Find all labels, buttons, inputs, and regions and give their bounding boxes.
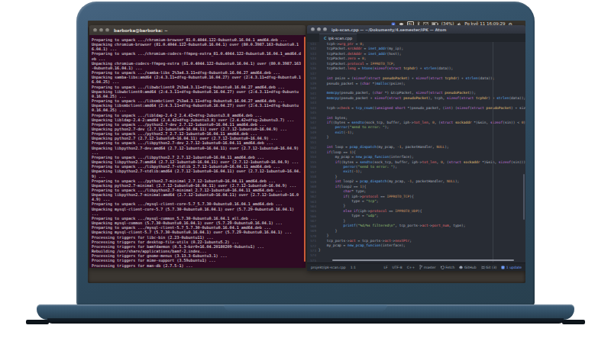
status-cursor-position[interactable]: 1:1 bbox=[351, 266, 356, 269]
laptop-base bbox=[37, 304, 574, 320]
status-updates[interactable]: 1 update bbox=[501, 266, 522, 269]
terminal-maximize-button[interactable] bbox=[105, 28, 109, 32]
git-branch-icon bbox=[419, 265, 422, 269]
git-diff-icon bbox=[481, 266, 485, 269]
editor-horizontal-scrollbar[interactable] bbox=[332, 259, 514, 261]
editor-close-button[interactable] bbox=[311, 27, 315, 31]
terminal-output: Preparing to unpack .../chromium-browser… bbox=[89, 35, 306, 268]
laptop-foot-left bbox=[26, 320, 49, 324]
tab-label: ipk-scan.cpp bbox=[328, 36, 353, 40]
editor-tab-bar: C ipk-scan.cpp bbox=[307, 34, 525, 42]
editor-pane[interactable]: 5315325335345355365375385395405415425435… bbox=[307, 42, 525, 263]
editor-title: ipk-scan.cpp — ~/Dokumenty/4.semester/IP… bbox=[331, 27, 446, 32]
status-branch[interactable]: master bbox=[419, 265, 435, 269]
editor-vertical-scrollbar[interactable] bbox=[523, 174, 525, 220]
tab-ipk-scan-cpp[interactable]: C ipk-scan.cpp bbox=[319, 34, 357, 42]
status-file-path[interactable]: projekt/ipk-scan.cpp bbox=[311, 266, 346, 269]
status-line-ending[interactable]: LF bbox=[383, 266, 387, 269]
status-git[interactable]: Git (3) bbox=[481, 266, 497, 269]
editor-window: ipk-scan.cpp — ~/Dokumenty/4.semester/IP… bbox=[307, 25, 525, 271]
terminal-titlebar[interactable]: barborka@barborka: ~ bbox=[89, 25, 306, 35]
editor-titlebar[interactable]: ipk-scan.cpp — ~/Dokumenty/4.semester/IP… bbox=[307, 25, 525, 34]
status-language[interactable]: C++ bbox=[407, 266, 415, 269]
laptop-foot-right bbox=[562, 320, 585, 324]
terminal-title: barborka@barborka: ~ bbox=[114, 28, 168, 33]
terminal-close-button[interactable] bbox=[93, 28, 97, 32]
base-notch bbox=[224, 304, 387, 311]
editor-maximize-button[interactable] bbox=[323, 27, 327, 31]
status-fetch[interactable]: Fetch bbox=[441, 266, 455, 269]
editor-code-lines: tcph->urg_ptr = 0; tcpPacket.srcAddr = i… bbox=[318, 42, 525, 263]
status-github[interactable]: GitHub bbox=[459, 266, 476, 269]
editor-minimize-button[interactable] bbox=[317, 27, 321, 31]
terminal-body[interactable]: Preparing to unpack .../chromium-browser… bbox=[89, 35, 306, 268]
editor-status-bar: projekt/ipk-scan.cpp 1:1 LF UTF-8 C++ ma… bbox=[307, 263, 525, 271]
laptop-bottom-strip bbox=[47, 318, 564, 324]
update-package-icon bbox=[501, 266, 505, 269]
editor-gutter: 5315325335345355365375385395405415425435… bbox=[307, 42, 318, 263]
c-file-icon: C bbox=[324, 36, 327, 40]
laptop-screen: En (34%) Po kvě 11 16:09:29 ⚙ barborka@b… bbox=[88, 21, 525, 283]
fetch-sync-icon bbox=[441, 266, 445, 269]
github-icon bbox=[459, 266, 463, 269]
status-encoding[interactable]: UTF-8 bbox=[393, 266, 402, 269]
terminal-minimize-button[interactable] bbox=[99, 28, 103, 32]
wrap-guide bbox=[493, 42, 493, 263]
editor-code[interactable]: tcph->urg_ptr = 0; tcpPacket.srcAddr = i… bbox=[318, 42, 525, 263]
laptop-mockup: En (34%) Po kvě 11 16:09:29 ⚙ barborka@b… bbox=[0, 0, 611, 364]
terminal-scrollbar[interactable] bbox=[304, 37, 306, 262]
terminal-window: barborka@barborka: ~ Preparing to unpack… bbox=[89, 25, 306, 268]
